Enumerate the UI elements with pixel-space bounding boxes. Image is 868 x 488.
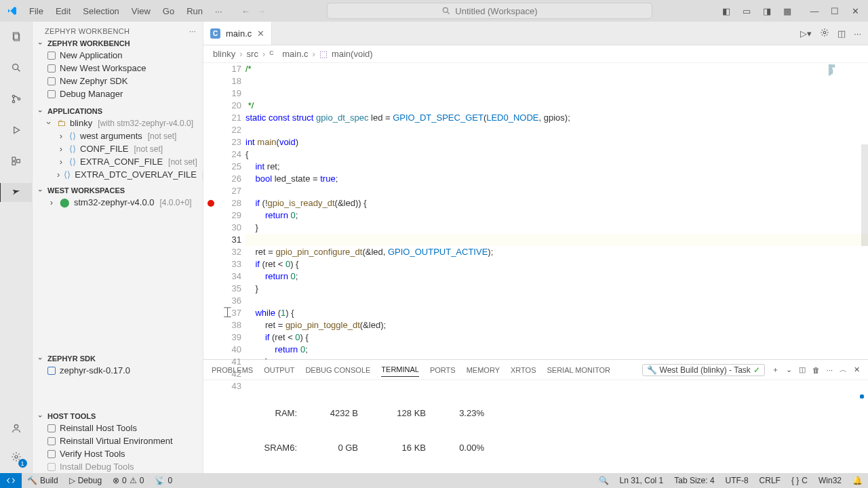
menu-go[interactable]: Go — [157, 3, 180, 19]
gear-icon[interactable] — [820, 28, 829, 39]
remote-indicator-icon[interactable] — [0, 473, 22, 488]
nav-forward-icon[interactable]: → — [257, 6, 266, 16]
activity-extensions-icon[interactable] — [7, 152, 26, 171]
status-build[interactable]: 🔨 Build — [22, 476, 64, 485]
svg-rect-12 — [16, 159, 20, 163]
section-sdk[interactable]: ›ZEPHYR SDK — [33, 353, 203, 364]
window-minimize-icon[interactable]: ― — [808, 6, 821, 16]
sidebar-item-conf-file[interactable]: ›⟨⟩CONF_FILE[not set] — [33, 142, 203, 155]
menu-edit[interactable]: Edit — [50, 3, 76, 19]
layout-sidebar-right-icon[interactable]: ◨ — [761, 6, 773, 16]
panel-close-icon[interactable]: ✕ — [854, 365, 860, 374]
sidebar-item-debug-manager[interactable]: Debug Manager — [33, 87, 203, 100]
sidebar-more-icon[interactable]: ··· — [189, 27, 196, 35]
terminal-scrollbar-indicator — [860, 394, 864, 399]
panel-tab-serial[interactable]: SERIAL MONITOR — [547, 363, 610, 377]
section-workbench[interactable]: ›ZEPHYR WORKBENCH — [33, 38, 203, 49]
split-editor-icon[interactable]: ◫ — [837, 28, 846, 39]
sidebar-item-reinstall-venv[interactable]: Reinstall Virtual Environment — [33, 434, 203, 447]
menu-file[interactable]: File — [24, 3, 49, 19]
section-applications[interactable]: ›APPLICATIONS — [33, 106, 203, 117]
menu-view[interactable]: View — [126, 3, 156, 19]
window-maximize-icon[interactable]: ☐ — [829, 6, 841, 16]
editor-more-icon[interactable]: ··· — [854, 28, 861, 39]
breadcrumbs[interactable]: blinky› src› C main.c› ⬚main(void) — [203, 45, 868, 63]
layout-customize-icon[interactable]: ▦ — [781, 6, 793, 16]
sidebar-item-blinky[interactable]: ›🗀blinky[with stm32-zephyr-v4.0.0] — [33, 117, 203, 129]
status-language[interactable]: { } C — [786, 476, 813, 485]
sidebar-item-extra-conf-file[interactable]: ›⟨⟩EXTRA_CONF_FILE[not set] — [33, 155, 203, 168]
sidebar-item-west-args[interactable]: ›⟨⟩west arguments[not set] — [33, 129, 203, 142]
status-zoom-icon[interactable]: 🔍 — [593, 476, 614, 485]
code-editor[interactable]: 1718192021222324252627282930313233343536… — [203, 63, 868, 359]
editor-tabs: C main.c ✕ ▷▾ ◫ ··· — [203, 22, 868, 45]
panel-maximize-icon[interactable]: ︿ — [840, 365, 847, 375]
sidebar-item-reinstall-host[interactable]: Reinstall Host Tools — [33, 422, 203, 434]
sidebar-item-new-application[interactable]: New Application — [33, 49, 203, 62]
status-notifications-icon[interactable]: 🔔 — [847, 476, 868, 485]
panel-tab-memory[interactable]: MEMORY — [467, 363, 500, 377]
svg-point-15 — [823, 31, 826, 34]
sidebar-item-verify-host[interactable]: Verify Host Tools — [33, 447, 203, 460]
activity-debug-icon[interactable] — [7, 121, 26, 140]
activity-search-icon[interactable] — [7, 58, 26, 77]
terminal-content[interactable]: RAM:4232 B128 KB3.23% SRAM6:0 GB16 KB0.0… — [203, 380, 868, 473]
menu-bar: File Edit Selection View Go Run ··· — [24, 3, 228, 19]
bottom-panel: PROBLEMS OUTPUT DEBUG CONSOLE TERMINAL P… — [203, 359, 868, 473]
sidebar-item-new-zephyr-sdk[interactable]: New Zephyr SDK — [33, 75, 203, 87]
tab-main-c[interactable]: C main.c ✕ — [203, 22, 272, 45]
search-icon — [441, 6, 451, 16]
activity-explorer-icon[interactable] — [7, 27, 26, 46]
status-problems[interactable]: ⊗0 ⚠0 — [107, 476, 149, 485]
sidebar-item-sdk[interactable]: zephyr-sdk-0.17.0 — [33, 364, 203, 377]
title-bar: File Edit Selection View Go Run ··· ← → … — [0, 0, 868, 22]
svg-rect-10 — [12, 157, 16, 161]
activity-scm-icon[interactable] — [7, 89, 26, 108]
sidebar-item-install-debug[interactable]: Install Debug Tools — [33, 460, 203, 473]
status-debug[interactable]: ▷ Debug — [64, 476, 107, 485]
breakpoint-icon[interactable] — [208, 200, 214, 207]
tab-label: main.c — [226, 28, 252, 39]
sidebar-item-west-workspace[interactable]: ›⬤stm32-zephyr-v4.0.0[4.0.0+0] — [33, 196, 203, 209]
sidebar-item-new-west-workspace[interactable]: New West Workspace — [33, 62, 203, 75]
status-bar: 🔨 Build ▷ Debug ⊗0 ⚠0 📡0 🔍 Ln 31, Col 1 … — [0, 473, 868, 488]
section-west[interactable]: ›WEST WORKSPACES — [33, 185, 203, 196]
status-ports[interactable]: 📡0 — [149, 476, 178, 485]
status-cursor-pos[interactable]: Ln 31, Col 1 — [614, 476, 669, 485]
command-center[interactable]: Untitled (Workspace) — [327, 3, 652, 19]
panel-tab-terminal[interactable]: TERMINAL — [381, 363, 419, 377]
svg-point-13 — [14, 425, 18, 428]
tab-close-icon[interactable]: ✕ — [257, 28, 264, 39]
editor-scrollbar[interactable] — [861, 144, 868, 246]
section-host[interactable]: ›HOST TOOLS — [33, 411, 203, 422]
menu-run[interactable]: Run — [181, 3, 208, 19]
activity-settings-icon[interactable]: 1 — [7, 447, 26, 466]
window-close-icon[interactable]: ✕ — [849, 6, 861, 16]
panel-tab-ports[interactable]: PORTS — [430, 363, 456, 377]
status-tab-size[interactable]: Tab Size: 4 — [669, 476, 719, 485]
status-eol[interactable]: CRLF — [754, 476, 786, 485]
layout-panel-icon[interactable]: ▭ — [741, 6, 753, 16]
kill-terminal-icon[interactable]: 🗑 — [812, 366, 820, 374]
panel-tab-debug-console[interactable]: DEBUG CONSOLE — [305, 363, 370, 377]
panel-tab-xrtos[interactable]: XRTOS — [511, 363, 536, 377]
layout-sidebar-left-icon[interactable]: ◧ — [720, 6, 732, 16]
run-play-icon[interactable]: ▷▾ — [800, 28, 812, 39]
menu-more-icon[interactable]: ··· — [210, 3, 228, 19]
status-target[interactable]: Win32 — [813, 476, 847, 485]
split-terminal-icon[interactable]: ◫ — [799, 365, 806, 374]
sidebar-item-extra-dtc[interactable]: ›⟨⟩EXTRA_DTC_OVERLAY_FILE[n... — [33, 168, 203, 181]
menu-selection[interactable]: Selection — [77, 3, 124, 19]
sidebar-title: ZEPHYR WORKBENCH — [45, 27, 130, 35]
breakpoint-gutter[interactable] — [203, 63, 218, 359]
nav-back-icon[interactable]: ← — [241, 6, 250, 16]
status-encoding[interactable]: UTF-8 — [720, 476, 754, 485]
activity-zephyr-icon[interactable] — [0, 183, 32, 202]
terminal-chevron-down-icon[interactable]: ⌄ — [786, 365, 792, 374]
activity-accounts-icon[interactable] — [7, 419, 26, 438]
terminal-task-chip[interactable]: 🔧West Build (blinky) - Task✓ — [642, 364, 765, 376]
svg-line-5 — [18, 69, 20, 71]
panel-tab-output[interactable]: OUTPUT — [264, 363, 294, 377]
new-terminal-icon[interactable]: ＋ — [772, 365, 779, 375]
panel-more-icon[interactable]: ··· — [827, 366, 833, 374]
